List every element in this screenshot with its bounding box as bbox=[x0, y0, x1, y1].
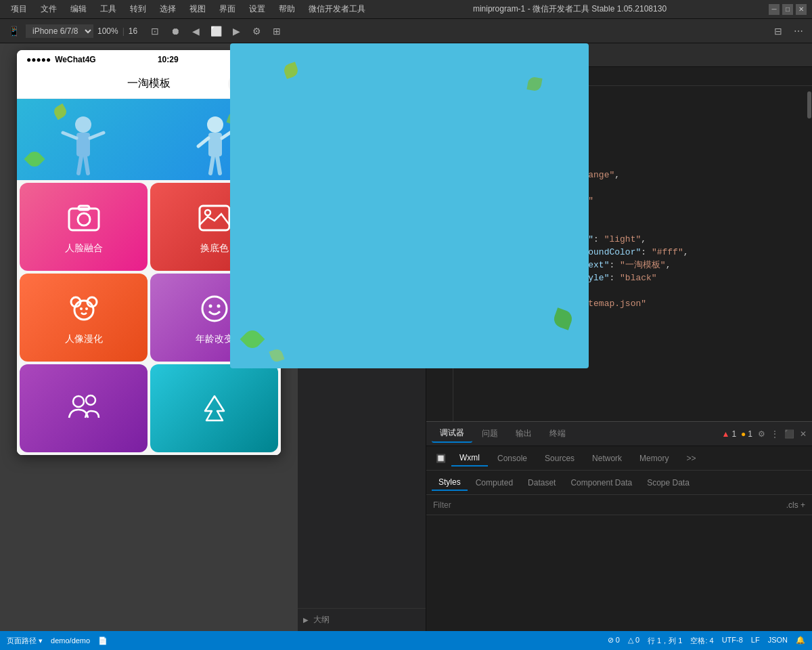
clock: 10:29 bbox=[158, 55, 179, 64]
split-view-icon[interactable]: ⊟ bbox=[770, 23, 786, 39]
maximize-panel-icon[interactable]: ⬛ bbox=[784, 429, 794, 439]
image-icon-box bbox=[196, 199, 233, 237]
cursor-position: 行 1，列 1 bbox=[648, 636, 682, 646]
device-selector[interactable]: iPhone 6/7/8 bbox=[26, 24, 93, 38]
page-path-icon[interactable]: 页面路径 ▾ bbox=[7, 636, 43, 646]
menu-project[interactable]: 项目 bbox=[5, 2, 32, 16]
bottom-tabs: 调试器 问题 输出 终端 ▲ 1 ● 1 ⚙ ⋮ ⬛ ✕ bbox=[426, 422, 812, 446]
minimize-button[interactable]: ─ bbox=[769, 4, 780, 15]
grid-item-cartoon[interactable]: 人像漫化 bbox=[20, 274, 148, 362]
tab-output[interactable]: 输出 bbox=[508, 425, 540, 442]
notification-icon[interactable]: 🔔 bbox=[796, 636, 805, 646]
dt-tab-wxml[interactable]: Wxml bbox=[451, 450, 488, 467]
signal-dots: ●●●●● bbox=[26, 55, 51, 64]
zoom-label: 100% bbox=[97, 26, 118, 36]
menu-view[interactable]: 视图 bbox=[184, 2, 211, 16]
menu-goto[interactable]: 转到 bbox=[125, 2, 152, 16]
maximize-button[interactable]: □ bbox=[782, 4, 793, 15]
dt-tab-console[interactable]: Console bbox=[489, 451, 535, 466]
more-options-icon[interactable]: ⋮ bbox=[771, 429, 779, 439]
compile-icon[interactable]: ⚙ bbox=[248, 23, 265, 39]
change-bg-label: 换底色 bbox=[200, 242, 229, 255]
bottom-panel-inner bbox=[426, 515, 812, 631]
svg-line-10 bbox=[210, 156, 213, 173]
dt-tab-sources[interactable]: Sources bbox=[537, 451, 583, 466]
file-panel-footer[interactable]: 大纲 bbox=[298, 608, 426, 631]
grid-item-people[interactable] bbox=[20, 364, 148, 452]
close-panel-icon[interactable]: ✕ bbox=[800, 429, 807, 439]
dst-tab-styles[interactable]: Styles bbox=[432, 475, 468, 491]
more-icon[interactable]: ⋯ bbox=[790, 23, 807, 39]
dst-tab-scope-data[interactable]: Scope Data bbox=[640, 475, 696, 490]
line-ending[interactable]: LF bbox=[751, 636, 760, 646]
error-count: 1 bbox=[731, 429, 736, 439]
gear-settings-icon[interactable]: ⚙ bbox=[758, 429, 765, 439]
preview-icon[interactable]: ⊞ bbox=[269, 23, 285, 39]
svg-point-17 bbox=[74, 301, 93, 320]
menu-file[interactable]: 文件 bbox=[35, 2, 62, 16]
bottom-panel: 调试器 问题 输出 终端 ▲ 1 ● 1 ⚙ ⋮ ⬛ ✕ 🔲 Wxml Cons… bbox=[426, 421, 812, 631]
dst-tab-component-data[interactable]: Component Data bbox=[564, 475, 639, 490]
status-bar: 页面路径 ▾ demo/demo 📄 ⊘ 0 △ 0 行 1，列 1 空格: 4… bbox=[0, 631, 812, 650]
page-path-label: 页面路径 bbox=[7, 636, 37, 645]
menu-tools[interactable]: 工具 bbox=[95, 2, 122, 16]
camera-icon-box bbox=[65, 199, 103, 237]
filter-bar: .cls + bbox=[426, 495, 812, 515]
grid-item-face-merge[interactable]: 人脸融合 bbox=[20, 183, 148, 271]
dt-tab-selector[interactable]: 🔲 bbox=[432, 451, 450, 466]
svg-line-11 bbox=[217, 156, 220, 173]
bottom-tab-controls: ▲ 1 ● 1 ⚙ ⋮ ⬛ ✕ bbox=[721, 429, 807, 439]
overlay-preview bbox=[230, 43, 589, 368]
svg-point-21 bbox=[85, 307, 88, 310]
menu-edit[interactable]: 编辑 bbox=[65, 2, 92, 16]
forward-icon[interactable]: ▶ bbox=[228, 23, 244, 39]
selector-icon: 🔲 bbox=[436, 454, 446, 463]
svg-point-6 bbox=[207, 116, 223, 133]
warning-status-icon[interactable]: △ 0 bbox=[628, 636, 639, 646]
svg-line-5 bbox=[85, 156, 88, 173]
footer-label: 大纲 bbox=[313, 615, 330, 624]
bear-icon-box bbox=[65, 290, 103, 328]
tab-debugger[interactable]: 调试器 bbox=[432, 425, 472, 443]
dst-tab-computed[interactable]: Computed bbox=[469, 475, 520, 490]
svg-point-22 bbox=[202, 297, 227, 321]
language-mode[interactable]: JSON bbox=[768, 636, 788, 646]
error-dot-icon: ● bbox=[741, 429, 746, 439]
screen-icon[interactable]: ⊡ bbox=[147, 23, 163, 39]
home-icon[interactable]: ⬜ bbox=[208, 23, 224, 39]
dt-tab-memory[interactable]: Memory bbox=[631, 451, 677, 466]
dt-tab-more[interactable]: >> bbox=[678, 451, 704, 466]
close-button[interactable]: ✕ bbox=[796, 4, 807, 15]
error-status-icon[interactable]: ⊘ 0 bbox=[608, 636, 620, 646]
back-icon[interactable]: ◀ bbox=[187, 23, 204, 39]
smile-icon-box bbox=[196, 290, 233, 328]
file-icon-status[interactable]: 📄 bbox=[98, 636, 108, 645]
phone-icon[interactable]: 📱 bbox=[5, 23, 22, 39]
encoding[interactable]: UTF-8 bbox=[722, 636, 743, 646]
menu-interface[interactable]: 界面 bbox=[214, 2, 241, 16]
svg-point-26 bbox=[86, 395, 95, 405]
svg-point-16 bbox=[205, 210, 210, 215]
dt-tab-network[interactable]: Network bbox=[584, 451, 630, 466]
people-icon-box bbox=[65, 389, 103, 427]
svg-line-3 bbox=[90, 133, 104, 138]
svg-line-8 bbox=[198, 138, 208, 146]
menu-help[interactable]: 帮助 bbox=[273, 2, 300, 16]
warning-count: 1 bbox=[748, 429, 752, 439]
record-icon[interactable]: ⏺ bbox=[167, 23, 183, 39]
tab-terminal[interactable]: 终端 bbox=[541, 425, 574, 442]
filter-input[interactable] bbox=[433, 500, 568, 510]
status-right: ⊘ 0 △ 0 行 1，列 1 空格: 4 UTF-8 LF JSON 🔔 bbox=[608, 636, 805, 646]
age-label: 年龄改变 bbox=[196, 333, 233, 345]
menu-select[interactable]: 选择 bbox=[154, 2, 181, 16]
cls-button[interactable]: .cls + bbox=[786, 500, 805, 510]
toolbar: 📱 iPhone 6/7/8 100% | 16 ⊡ ⏺ ◀ ⬜ ▶ ⚙ ⊞ ⊟… bbox=[0, 19, 812, 43]
overlay-content bbox=[230, 43, 589, 368]
tab-problems[interactable]: 问题 bbox=[474, 425, 506, 442]
grid-item-tree[interactable] bbox=[150, 364, 278, 452]
footer-arrow bbox=[303, 616, 309, 624]
menu-wechat-devtools[interactable]: 微信开发者工具 bbox=[303, 2, 371, 16]
devtools-tabs: 🔲 Wxml Console Sources Network Memory >> bbox=[426, 446, 812, 471]
dst-tab-dataset[interactable]: Dataset bbox=[521, 475, 562, 490]
menu-settings[interactable]: 设置 bbox=[244, 2, 271, 16]
